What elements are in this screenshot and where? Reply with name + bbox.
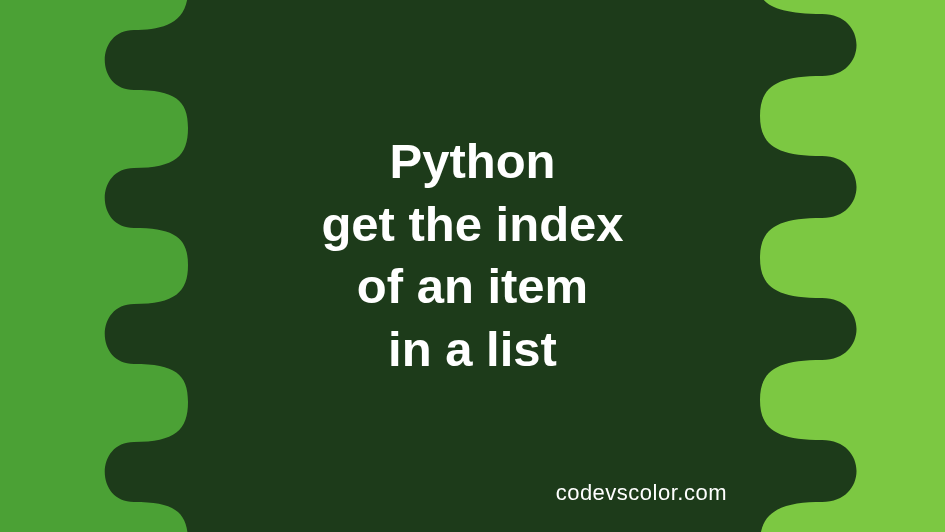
title-line: in a list <box>0 318 945 381</box>
title: Python get the index of an item in a lis… <box>0 130 945 381</box>
footer-site: codevscolor.com <box>556 480 727 506</box>
title-line: Python <box>0 130 945 193</box>
title-line: of an item <box>0 255 945 318</box>
title-line: get the index <box>0 193 945 256</box>
